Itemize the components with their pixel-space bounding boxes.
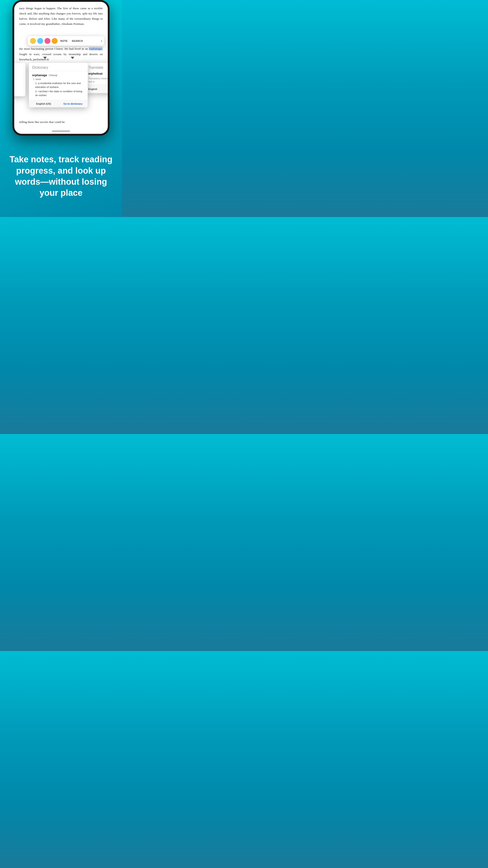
dictionary-word-line: orphanage /'ôrfenij/ [32,73,85,77]
dictionary-pos-label: noun [35,78,41,81]
dictionary-pronunciation: /'ôrfenij/ [49,74,57,76]
color-pink[interactable] [44,38,51,44]
book-text-before-highlight: the most fascinating person I knew. He h… [19,47,89,51]
phone-mockup: nary things began to happen. The first o… [12,0,109,135]
bottom-text-content: telling them like secrets that could be [19,120,65,124]
highlight-toolbar[interactable]: NOTE SEARCH › [28,36,104,46]
dictionary-pos: I. noun [33,78,85,81]
book-text-top: nary things began to happen. The first o… [14,2,108,28]
translate-language-button[interactable]: English [88,88,97,90]
dictionary-popup[interactable]: Dictionary orphanage /'ôrfenij/ I. noun … [29,63,88,107]
language-button[interactable]: English (US) [29,100,58,107]
dictionary-word: orphanage [32,73,47,77]
selection-cursor-right [71,57,74,59]
dictionary-body: orphanage /'ôrfenij/ I. noun 1. a reside… [29,71,88,100]
archaic-label: <archaic> [38,90,49,93]
tagline-text: Take notes, track reading progress, and … [9,154,113,199]
note-button[interactable]: NOTE [59,39,69,43]
wikipedia-link[interactable]: to Wikipedia [14,90,23,94]
highlighted-word: orphanage, [89,47,103,51]
translate-header: Translate [85,63,108,71]
selection-cursor-left [43,57,47,59]
home-indicator [52,131,70,131]
color-blue[interactable] [37,38,43,44]
dictionary-def-1: 1. a residential institution for the car… [35,81,85,89]
book-text-after-highlight: fought in wars, crossed oceans by steams… [19,53,103,61]
book-text-middle: the most fascinating person I knew. He h… [14,46,108,62]
dictionary-footer: English (US) Go to dictionary [29,100,88,107]
translate-word: orphelinat [85,71,108,76]
book-text-bottom: telling them like secrets that could be [14,119,108,125]
color-yellow[interactable] [30,38,36,44]
dictionary-def-2: 2. <archaic> the state or condition of b… [35,90,85,97]
translate-note: Translations shown. For more, visit w [85,76,108,84]
tagline-section: Take notes, track reading progress, and … [0,135,122,217]
translate-footer: English [85,84,108,93]
wikipedia-panel[interactable]: ential ion or group care of ho, for t be… [14,63,26,96]
dictionary-header: Dictionary [29,63,88,71]
color-orange[interactable] [52,38,58,44]
go-to-dictionary-button[interactable]: Go to dictionary [58,100,88,107]
more-button[interactable]: › [101,39,102,43]
translate-panel[interactable]: Translate orphelinat Translations shown.… [85,63,108,93]
search-button[interactable]: SEARCH [70,39,84,43]
book-paragraph-1: nary things began to happen. The first o… [19,6,103,27]
